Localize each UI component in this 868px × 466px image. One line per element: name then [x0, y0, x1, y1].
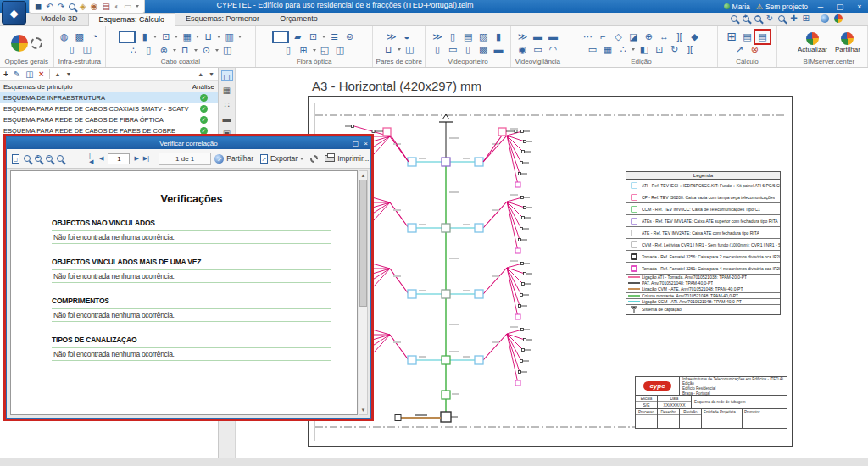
fiber-distributor-icon[interactable]: ⊞: [298, 45, 310, 56]
coaxial-amplifier-icon[interactable]: ▦: [181, 31, 193, 42]
intercom-base-icon[interactable]: ▬: [492, 44, 505, 55]
fiber-box-icon[interactable]: ⊡: [307, 31, 320, 42]
menu-caret-icon[interactable]: [136, 5, 139, 8]
copy-icon[interactable]: ◧: [637, 44, 650, 55]
snap-icon[interactable]: ∷: [221, 99, 233, 110]
zoom-window-icon[interactable]: [731, 15, 737, 22]
scheme-row-coaxiais[interactable]: ESQUEMA PARA REDE DE CABOS COAXIAIS SMAT…: [0, 103, 218, 114]
pan-icon[interactable]: ✚: [790, 14, 797, 23]
verify-correlation-icon[interactable]: ▤: [756, 31, 769, 42]
scrollbar-thumb[interactable]: [359, 180, 367, 307]
brush-icon[interactable]: ◆: [688, 31, 701, 42]
project-status[interactable]: ⚠ Sem projecto: [756, 3, 808, 11]
save-icon[interactable]: ◼: [35, 3, 42, 11]
bim-share-button[interactable]: Partilhar: [832, 32, 863, 53]
antenna-icon[interactable]: ◍: [58, 31, 70, 42]
coaxial-patch-icon[interactable]: ◫: [221, 45, 234, 56]
zoom-region-icon[interactable]: [57, 155, 64, 162]
box-icon[interactable]: ▩: [73, 31, 86, 42]
tab-esquemas-pormenor[interactable]: Esquemas: Pormenor: [175, 13, 270, 26]
coaxial-plug-icon[interactable]: ▮: [138, 31, 151, 42]
duct-icon[interactable]: ◔: [88, 31, 101, 42]
fiber-cabinet-icon[interactable]: ▯: [282, 45, 295, 56]
undo-icon[interactable]: ↶: [46, 3, 53, 11]
intercom-cable-icon[interactable]: ≫: [431, 31, 444, 42]
general-options-icon[interactable]: [11, 35, 28, 52]
settings-gear-icon[interactable]: [310, 155, 318, 163]
coaxial-box-icon[interactable]: ▯: [142, 45, 155, 56]
scroll-up-icon[interactable]: ▲: [361, 171, 366, 180]
coaxial-node-icon[interactable]: ⊡: [159, 31, 172, 42]
intercom-handset-icon[interactable]: ▯: [462, 44, 475, 55]
fiber-panel-icon[interactable]: [272, 31, 289, 43]
cctv-dvr-icon[interactable]: ▬: [547, 31, 559, 42]
dialog-titlebar[interactable]: Verificar correlação ▢ ×: [7, 137, 370, 149]
tab-modelo-3d[interactable]: Modelo 3D: [31, 13, 88, 26]
intercom-unit-icon[interactable]: ▮: [492, 31, 505, 42]
copper-cable-icon[interactable]: ≫: [385, 31, 398, 42]
intercom-column-icon[interactable]: ▯: [431, 44, 444, 55]
print-button[interactable]: Imprimir...: [325, 154, 369, 163]
screen-capture-icon[interactable]: ▬: [221, 114, 233, 125]
intercom-monitor-icon[interactable]: ▭: [447, 44, 459, 55]
share-button[interactable]: ↗ Partilhar: [214, 154, 253, 164]
align-icon[interactable]: ][: [683, 44, 696, 55]
dialog-maximize-button[interactable]: ▢: [353, 140, 359, 147]
select-region-icon[interactable]: ◻: [221, 70, 233, 81]
coaxial-outlet-icon[interactable]: ⊗: [158, 45, 170, 56]
help-icon[interactable]: [834, 14, 843, 23]
prev-page-button[interactable]: ◀: [99, 155, 103, 162]
redraw-icon[interactable]: ↻: [766, 14, 773, 23]
fiber-patch-icon[interactable]: ◫: [334, 45, 347, 56]
cctv-monitor-icon[interactable]: ▭: [531, 44, 544, 55]
grid-icon[interactable]: ▦: [221, 85, 233, 96]
views-icon[interactable]: ⊞: [803, 14, 810, 23]
web-icon[interactable]: [821, 14, 829, 23]
next-page-button[interactable]: ▶: [134, 155, 138, 162]
table-icon[interactable]: ▦: [601, 44, 614, 55]
cabinet-icon[interactable]: ▯: [65, 44, 78, 55]
page-number-input[interactable]: [108, 153, 130, 164]
zoom-previous-icon[interactable]: [778, 15, 785, 22]
coaxial-terminal-icon[interactable]: ⊙: [200, 45, 213, 56]
web-icon[interactable]: ◐: [114, 3, 120, 11]
intercom-phone-icon[interactable]: ▯: [447, 31, 459, 42]
scroll-down-icon[interactable]: ▼: [361, 406, 366, 414]
export-button[interactable]: ↗ Exportar: [260, 154, 303, 164]
first-page-button[interactable]: |◀: [89, 153, 95, 165]
report-icon[interactable]: ▤: [741, 31, 754, 42]
calculate-icon[interactable]: ⊞: [726, 31, 738, 42]
intercom-board-icon[interactable]: ▩: [477, 44, 490, 55]
library-icon[interactable]: ◉: [91, 3, 98, 11]
tree-icon[interactable]: ∴: [616, 44, 629, 55]
zoom-in-icon[interactable]: +: [35, 155, 42, 162]
cctv-recorder-icon[interactable]: ▬: [531, 31, 544, 42]
settings-gear-icon[interactable]: [31, 37, 42, 49]
pin-icon[interactable]: ◇: [612, 31, 625, 42]
dialog-close-button[interactable]: ×: [364, 140, 368, 147]
fiber-coil-icon[interactable]: ⊚: [343, 31, 356, 42]
redo-icon[interactable]: ↷: [58, 3, 64, 11]
coaxial-network-icon[interactable]: ∴: [127, 45, 140, 56]
coaxial-socket-icon[interactable]: ⊓: [179, 45, 192, 56]
coaxial-tap-icon[interactable]: ⊔: [202, 31, 214, 42]
app-logo-icon[interactable]: ◆: [2, 1, 26, 25]
screen-icon[interactable]: ▭: [124, 3, 131, 11]
polyline-icon[interactable]: ⌐: [597, 31, 609, 42]
rotate-icon[interactable]: ↻: [668, 44, 681, 55]
zoom-out-icon[interactable]: −: [46, 155, 53, 162]
maximize-button[interactable]: ▢: [833, 3, 847, 11]
move-down-icon[interactable]: ▼: [65, 69, 71, 80]
intercom-module-icon[interactable]: ▤: [462, 31, 475, 42]
cctv-router-icon[interactable]: ◠: [547, 44, 559, 55]
zoom-out-icon[interactable]: −: [754, 15, 761, 22]
copper-socket-icon[interactable]: ◒: [400, 31, 413, 42]
scheme-row-fibra[interactable]: ESQUEMA PARA REDE DE CABOS DE FIBRA ÓPTI…: [0, 114, 218, 125]
fiber-splice-icon[interactable]: ≣: [328, 31, 341, 42]
tab-orcamento[interactable]: Orçamento: [270, 13, 328, 26]
dotted-line-icon[interactable]: ⋯: [581, 31, 594, 42]
brackets-icon[interactable]: ][: [673, 31, 686, 42]
fit-width-icon[interactable]: [24, 155, 31, 162]
fiber-tray-icon[interactable]: ◱: [319, 45, 331, 56]
collapse-icon[interactable]: ▲: [198, 69, 203, 80]
